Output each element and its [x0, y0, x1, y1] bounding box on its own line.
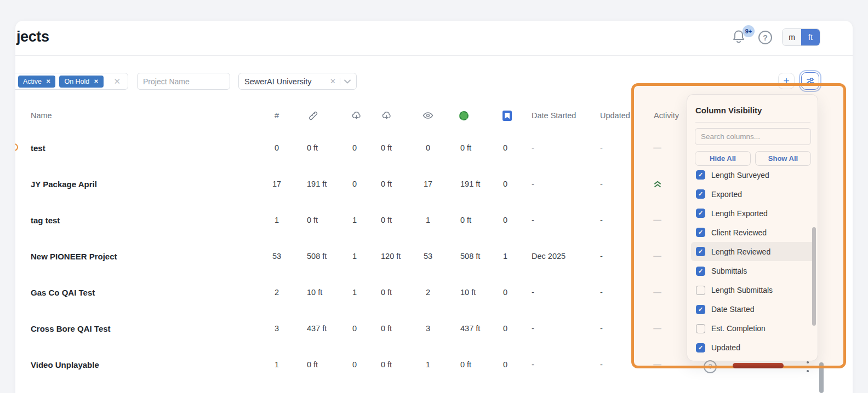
header-name[interactable]: Name: [31, 107, 52, 124]
cell-reviewed: 2: [418, 274, 438, 310]
column-label: Length Reviewed: [711, 247, 770, 256]
hide-all-button[interactable]: Hide All: [695, 151, 751, 166]
cell-len-exported: 0 ft: [381, 130, 422, 166]
activity-dash: —: [642, 310, 673, 346]
column-visibility-item[interactable]: ✓Length Reviewed: [691, 242, 815, 261]
cell-exported: 1: [345, 202, 364, 238]
header-activity[interactable]: Activity: [654, 107, 679, 124]
column-visibility-item[interactable]: Est. Completion: [687, 319, 819, 338]
project-name[interactable]: JY Package April: [31, 166, 261, 202]
checkbox-unchecked[interactable]: [696, 324, 705, 333]
column-label: Updated: [711, 343, 740, 352]
header-divider: [15, 55, 853, 56]
column-visibility-item[interactable]: ✓Client Reviewed: [687, 223, 819, 242]
column-label: Client Reviewed: [711, 228, 767, 237]
checkbox-checked[interactable]: ✓: [696, 228, 705, 237]
filter-chip-on-hold[interactable]: On Hold ✕: [59, 76, 103, 88]
cell-len-reviewed: 0 ft: [460, 202, 502, 238]
project-avatar: [15, 143, 18, 151]
column-visibility-item[interactable]: ✓Length Surveyed: [687, 165, 819, 184]
column-visibility-item[interactable]: ✓Updated: [687, 338, 819, 357]
row-menu-icon[interactable]: [807, 366, 809, 368]
checkbox-unchecked[interactable]: [696, 286, 705, 295]
project-name[interactable]: Cross Bore QAI Test: [31, 310, 261, 346]
checkbox-checked[interactable]: ✓: [696, 247, 705, 256]
show-all-button[interactable]: Show All: [755, 151, 811, 166]
column-settings-button[interactable]: [801, 72, 819, 90]
project-name[interactable]: Video Unplayable: [31, 346, 261, 383]
client-filter-value: SewerAI University: [244, 77, 311, 86]
column-search-input[interactable]: [695, 128, 811, 145]
remove-chip-icon[interactable]: ✕: [46, 78, 50, 84]
help-icon[interactable]: ?: [758, 31, 772, 44]
eye-icon[interactable]: [421, 107, 435, 124]
ruler-icon[interactable]: [306, 107, 319, 124]
cell-len-surveyed: 0 ft: [307, 346, 349, 383]
cell-len-surveyed: 508 ft: [307, 238, 349, 274]
add-button[interactable]: +: [778, 73, 795, 89]
sliders-icon: [806, 76, 815, 86]
column-label: Length Exported: [711, 209, 768, 218]
cell-submittals: 0: [496, 274, 514, 310]
client-filter-select[interactable]: SewerAI University ✕: [238, 73, 357, 90]
cell-len-reviewed: 437 ft: [460, 310, 502, 346]
cloud-download-icon[interactable]: [380, 107, 393, 124]
cell-submittals: 0: [496, 202, 514, 238]
row-help-icon[interactable]: ?: [704, 360, 717, 373]
activity-dash: —: [642, 274, 673, 310]
cell-exported: 1: [345, 274, 364, 310]
checkbox-checked[interactable]: ✓: [696, 170, 705, 180]
panel-divider: [695, 122, 810, 123]
cell-updated: -: [600, 310, 633, 346]
vertical-scrollbar-thumb[interactable]: [819, 362, 824, 393]
unit-option-m[interactable]: m: [783, 29, 801, 45]
checkbox-checked[interactable]: ✓: [696, 343, 705, 352]
clear-filters-icon[interactable]: ✕: [113, 77, 121, 86]
unit-toggle[interactable]: m ft: [782, 28, 820, 46]
page-title: jects: [16, 28, 49, 45]
header-count[interactable]: #: [269, 107, 285, 124]
cell-submittals: 0: [496, 130, 514, 166]
checkbox-checked[interactable]: ✓: [696, 189, 705, 199]
project-name[interactable]: New PIONEER Project: [31, 238, 261, 274]
checkbox-checked[interactable]: ✓: [696, 305, 705, 314]
cloud-download-icon[interactable]: [350, 107, 363, 124]
remove-chip-icon[interactable]: ✕: [94, 78, 98, 84]
clear-client-icon[interactable]: ✕: [330, 77, 336, 85]
row-menu-icon[interactable]: [807, 370, 809, 372]
cell-len-surveyed: 0 ft: [307, 130, 349, 166]
column-visibility-item[interactable]: ✓Exported: [687, 184, 819, 204]
unit-option-ft[interactable]: ft: [801, 29, 820, 45]
column-label: Length Surveyed: [711, 171, 769, 180]
header-updated[interactable]: Updated: [600, 107, 630, 124]
column-visibility-item[interactable]: ✓Submittals: [687, 261, 819, 280]
column-visibility-item[interactable]: ✓Length Exported: [687, 204, 819, 223]
cell-date-started: -: [532, 346, 595, 383]
header-date-started[interactable]: Date Started: [532, 107, 576, 124]
chevron-down-icon[interactable]: [344, 79, 351, 84]
row-menu-icon[interactable]: [807, 361, 809, 363]
project-name[interactable]: test: [31, 130, 261, 166]
cell-updated: -: [600, 166, 633, 202]
project-name[interactable]: tag test: [31, 202, 261, 238]
column-label: Length Submittals: [711, 286, 773, 294]
column-visibility-item[interactable]: Length Submittals: [687, 281, 819, 300]
filter-chip-active[interactable]: Active ✕: [18, 76, 55, 88]
cell-reviewed: 0: [418, 130, 438, 166]
cell-count: 2: [266, 274, 288, 310]
column-visibility-item[interactable]: ✓Date Started: [687, 300, 819, 319]
column-visibility-list: ✓Length Surveyed✓Exported✓Length Exporte…: [687, 165, 819, 357]
cell-count: 17: [266, 166, 288, 202]
activity-dash: —: [642, 130, 673, 166]
project-name-input[interactable]: [137, 73, 230, 90]
panel-scrollbar[interactable]: [812, 227, 816, 326]
checkbox-checked[interactable]: ✓: [696, 209, 705, 218]
checkbox-checked[interactable]: ✓: [696, 267, 705, 276]
status-circle-icon[interactable]: [457, 107, 470, 124]
cell-len-exported: 0 ft: [381, 346, 422, 383]
status-filter-box[interactable]: Active ✕ On Hold ✕ ✕: [15, 73, 128, 90]
project-name[interactable]: Gas Co QAI Test: [31, 274, 261, 310]
submittals-icon[interactable]: [500, 107, 513, 124]
horizontal-scrollbar-thumb[interactable]: [733, 363, 784, 368]
cell-len-exported: 0 ft: [381, 274, 422, 310]
